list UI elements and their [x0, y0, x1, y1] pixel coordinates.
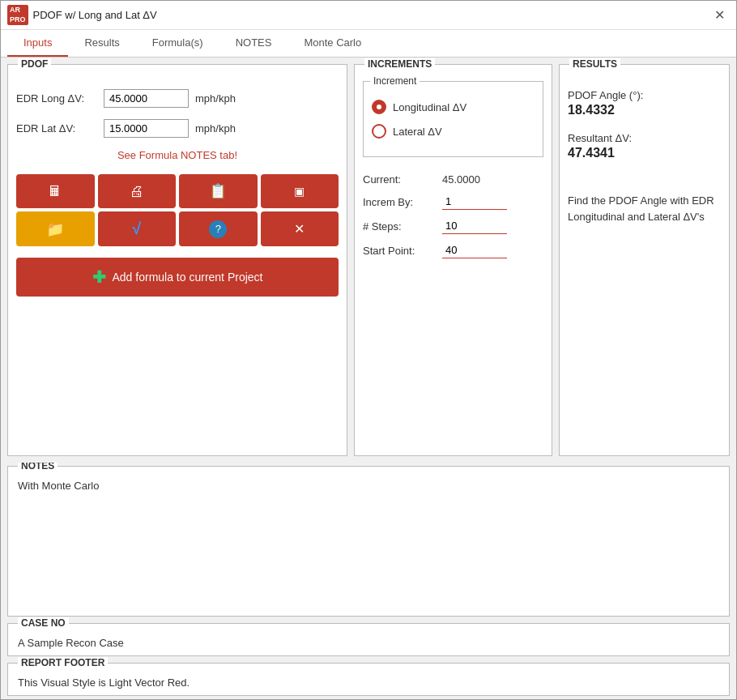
steps-row: # Steps:	[363, 218, 543, 234]
clear-button[interactable]: ✕	[261, 211, 339, 246]
steps-label: # Steps:	[363, 220, 436, 233]
radio-lateral-label: Lateral ΔV	[393, 126, 442, 138]
radio-lateral-row: Lateral ΔV	[372, 124, 535, 139]
increm-by-label: Increm By:	[363, 196, 436, 208]
clear-icon: ✕	[294, 221, 305, 237]
calculator-button[interactable]: 🖩	[16, 174, 95, 208]
start-point-label: Start Point:	[363, 245, 436, 257]
case-no-legend: CASE NO	[18, 617, 69, 629]
current-label: Current:	[363, 173, 436, 186]
add-formula-label: Add formula to current Project	[113, 271, 263, 284]
edr-long-unit: mph/kph	[195, 92, 236, 105]
edr-lat-row: EDR Lat ΔV: mph/kph	[16, 119, 339, 138]
results-legend: RESULTS	[569, 58, 620, 70]
title-bar: AR PRO PDOF w/ Long and Lat ΔV ✕	[1, 1, 736, 30]
results-panel: RESULTS PDOF Angle (°): 18.4332 Resultan…	[559, 64, 730, 456]
tab-notes[interactable]: NOTES	[219, 30, 288, 57]
sqrt-icon: √	[132, 220, 141, 238]
increment-fields: Current: 45.0000 Increm By: # Steps: Sta…	[363, 173, 543, 258]
window-title: PDOF w/ Long and Lat ΔV	[33, 9, 157, 21]
report-footer-legend: REPORT FOOTER	[18, 657, 108, 668]
report-footer-content: This Visual Style is Light Vector Red.	[18, 677, 719, 689]
help-icon: ?	[209, 220, 227, 238]
tab-results[interactable]: Results	[68, 30, 135, 57]
edr-long-input[interactable]	[104, 89, 189, 108]
help-button[interactable]: ?	[179, 211, 258, 246]
current-value: 45.0000	[442, 173, 480, 186]
pdof-content: EDR Long ΔV: mph/kph EDR Lat ΔV: mph/kph…	[16, 89, 339, 297]
content-area: PDOF EDR Long ΔV: mph/kph EDR Lat ΔV: mp…	[1, 58, 736, 699]
folder-button[interactable]: 📁	[16, 211, 95, 246]
radio-longitudinal-row: Longitudinal ΔV	[372, 100, 535, 114]
increment-group: Increment Longitudinal ΔV Lateral ΔV	[363, 81, 543, 157]
pdof-legend: PDOF	[18, 58, 51, 70]
increments-panel: INCREMENTS Increment Longitudinal ΔV Lat…	[354, 64, 552, 456]
edr-lat-label: EDR Lat ΔV:	[16, 122, 97, 134]
tab-bar: Inputs Results Formula(s) NOTES Monte Ca…	[1, 30, 736, 58]
pdof-panel: PDOF EDR Long ΔV: mph/kph EDR Lat ΔV: mp…	[7, 64, 347, 456]
case-no-section: CASE NO A Sample Recon Case	[7, 623, 730, 656]
radio-longitudinal[interactable]	[372, 100, 386, 114]
increm-by-input[interactable]	[442, 194, 507, 210]
current-row: Current: 45.0000	[363, 173, 543, 186]
main-window: AR PRO PDOF w/ Long and Lat ΔV ✕ Inputs …	[0, 0, 737, 700]
pdof-angle-value: 18.4332	[568, 103, 721, 117]
notes-legend: NOTES	[18, 463, 58, 472]
folder-icon: 📁	[46, 220, 64, 238]
app-logo: AR PRO	[7, 5, 28, 25]
paste-icon: ▣	[294, 185, 305, 198]
formula-note: See Formula NOTES tab!	[16, 149, 339, 161]
increment-group-legend: Increment	[370, 75, 420, 87]
edr-lat-input[interactable]	[104, 119, 189, 138]
notes-content: With Monte Carlo	[18, 480, 719, 492]
tab-monte-carlo[interactable]: Monte Carlo	[288, 30, 377, 57]
tab-formulas[interactable]: Formula(s)	[136, 30, 219, 57]
print-button[interactable]: 🖨	[98, 174, 177, 208]
steps-input[interactable]	[442, 218, 507, 234]
report-footer-section: REPORT FOOTER This Visual Style is Light…	[7, 663, 730, 696]
plus-icon: ✚	[92, 267, 106, 287]
tab-inputs[interactable]: Inputs	[7, 30, 68, 57]
increments-legend: INCREMENTS	[364, 58, 435, 70]
tool-button-grid: 🖩 🖨 📋 ▣ 📁	[16, 174, 339, 246]
title-bar-left: AR PRO PDOF w/ Long and Lat ΔV	[7, 5, 157, 25]
paste-button[interactable]: ▣	[261, 174, 339, 208]
increm-by-row: Increm By:	[363, 194, 543, 210]
add-formula-button[interactable]: ✚ Add formula to current Project	[16, 258, 339, 297]
resultant-dv-value: 47.4341	[568, 146, 721, 160]
result-description: Find the PDOF Angle with EDR Longitudina…	[568, 193, 721, 224]
resultant-dv-item: Resultant ΔV: 47.4341	[568, 132, 721, 160]
resultant-dv-label: Resultant ΔV:	[568, 132, 721, 144]
radio-lateral[interactable]	[372, 124, 386, 139]
start-point-row: Start Point:	[363, 242, 543, 258]
copy-button[interactable]: 📋	[179, 174, 258, 208]
copy-icon: 📋	[209, 182, 227, 200]
results-content: PDOF Angle (°): 18.4332 Resultant ΔV: 47…	[568, 89, 721, 224]
start-point-input[interactable]	[442, 242, 507, 258]
case-no-content: A Sample Recon Case	[18, 637, 719, 649]
radio-longitudinal-label: Longitudinal ΔV	[393, 101, 466, 113]
bottom-sections: NOTES With Monte Carlo CASE NO A Sample …	[1, 463, 736, 699]
pdof-angle-item: PDOF Angle (°): 18.4332	[568, 89, 721, 117]
edr-lat-unit: mph/kph	[195, 122, 236, 134]
print-icon: 🖨	[130, 183, 144, 200]
notes-section: NOTES With Monte Carlo	[7, 466, 730, 617]
sqrt-button[interactable]: √	[98, 211, 177, 246]
calculator-icon: 🖩	[48, 183, 62, 200]
close-button[interactable]: ✕	[709, 6, 730, 24]
edr-long-row: EDR Long ΔV: mph/kph	[16, 89, 339, 108]
pdof-angle-label: PDOF Angle (°):	[568, 89, 721, 101]
top-panels: PDOF EDR Long ΔV: mph/kph EDR Lat ΔV: mp…	[1, 58, 736, 463]
edr-long-label: EDR Long ΔV:	[16, 92, 97, 105]
